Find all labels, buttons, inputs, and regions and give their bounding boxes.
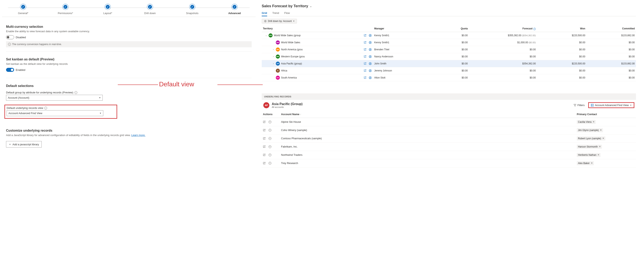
committed-cell: $0.00	[586, 74, 636, 81]
col-won[interactable]: Won	[537, 26, 586, 32]
popout-icon[interactable]	[363, 48, 366, 51]
add-js-library-button[interactable]: ＋ Add a javascript library	[6, 141, 42, 148]
user-chart-icon[interactable]	[368, 62, 372, 65]
remove-icon[interactable]: ✕	[600, 129, 602, 132]
underlying-title-block: Asia Pacific (Group) All accounts	[272, 102, 302, 108]
col-quota[interactable]: Quota	[429, 26, 469, 32]
territory-avatar: NA	[276, 48, 280, 52]
step-snapshots[interactable]: ✓Snapshots	[171, 4, 214, 15]
record-row[interactable]: +Alpine Ski HouseCacilia Viera ✕	[262, 118, 636, 126]
quota-cell: $0.00	[429, 53, 469, 60]
popout-icon[interactable]	[363, 62, 366, 65]
filters-button[interactable]: Filters	[574, 104, 584, 107]
popout-icon[interactable]	[363, 76, 366, 79]
view-selector-highlight[interactable]: Account Advanced Find View ▼	[588, 102, 634, 108]
forecast-row[interactable]: ⌄WSWorld Wide Sales (groupKenny Smith1$0…	[262, 32, 636, 39]
remove-icon[interactable]: ✕	[591, 162, 593, 164]
popout-icon[interactable]	[263, 162, 266, 164]
user-chart-icon[interactable]	[368, 69, 372, 72]
popout-icon[interactable]	[263, 154, 266, 156]
expand-chevron-icon[interactable]: ⌄	[265, 34, 267, 36]
territory-name: World Wide Sales (group	[274, 34, 300, 37]
step-drilldown[interactable]: ✓Drill down	[129, 4, 171, 15]
contact-chip[interactable]: Alex Baker ✕	[577, 161, 594, 165]
contact-chip[interactable]: Heriberto Nathan ✕	[577, 153, 600, 157]
user-chart-icon[interactable]	[368, 76, 372, 79]
col-manager[interactable]: Manager	[373, 26, 429, 32]
popout-icon[interactable]	[263, 137, 266, 140]
add-icon[interactable]: +	[268, 154, 271, 156]
forecast-title[interactable]: Sales Forecast by Territory ⌄	[262, 4, 636, 8]
contact-chip[interactable]: Cacilia Viera ✕	[577, 120, 596, 124]
won-cell: $0.00	[537, 53, 586, 60]
add-icon[interactable]: +	[268, 129, 271, 132]
contact-chip[interactable]: Robert Lyon (sample) ✕	[577, 136, 605, 140]
contact-chip[interactable]: Haroun Stormonth ✕	[577, 145, 602, 149]
popout-icon[interactable]	[263, 120, 266, 123]
dropdown-value: Account Advanced Find View	[8, 112, 42, 115]
default-view-dropdown[interactable]: Account Advanced Find View ▼	[7, 110, 103, 116]
remove-icon[interactable]: ✕	[593, 120, 594, 123]
step-general[interactable]: ✓General*	[2, 4, 44, 15]
tab-flow[interactable]: Flow	[284, 10, 290, 16]
forecast-row[interactable]: ›WEWestern Europe (grouNancy Andersson$0…	[262, 53, 636, 60]
step-advanced[interactable]: ✓Advanced	[214, 4, 256, 15]
forecast-row[interactable]: ›NANorth America (grouBrenden Thiel$0.00…	[262, 46, 636, 53]
underlying-records-table: Actions Account Name↑ Primary Contact +A…	[262, 111, 636, 168]
remove-icon[interactable]: ✕	[598, 154, 599, 156]
forecast-row[interactable]: ›APAsia Pacific (group)John Smith$0.00$3…	[262, 60, 636, 67]
expand-chevron-icon[interactable]: ›	[272, 55, 274, 58]
learn-more-link[interactable]: Learn more.	[131, 134, 145, 137]
record-row[interactable]: +Northwind TradersHeriberto Nathan ✕	[262, 151, 636, 159]
add-icon[interactable]: +	[268, 120, 271, 123]
user-chart-icon[interactable]	[368, 34, 372, 37]
popout-icon[interactable]	[363, 41, 366, 44]
record-row[interactable]: +Contoso Pharmaceuticals (sample)Robert …	[262, 134, 636, 142]
popout-icon[interactable]	[263, 129, 266, 132]
popout-icon[interactable]	[363, 34, 366, 37]
record-row[interactable]: +Trey ResearchAlex Baker ✕	[262, 159, 636, 167]
record-row[interactable]: +Coho Winery (sample)Jim Glynn (sample) …	[262, 126, 636, 134]
expand-chevron-icon[interactable]: ›	[272, 62, 274, 64]
add-icon[interactable]: +	[268, 162, 271, 164]
kanban-toggle[interactable]: Enabled	[6, 68, 252, 72]
tab-trend[interactable]: Trend	[272, 10, 279, 16]
expand-chevron-icon[interactable]: ›	[272, 48, 274, 50]
col-account-name[interactable]: Account Name↑	[280, 111, 576, 118]
step-layout[interactable]: ✓Layout*	[86, 4, 129, 15]
col-forecast[interactable]: Forecasti	[469, 26, 537, 32]
forecast-row[interactable]: WSWorld Wide SalesKenny Smith1$0.00$1,00…	[262, 39, 636, 46]
forecast-row[interactable]: SASouth AmericaAlton Stott$0.00$0.00$0.0…	[262, 74, 636, 81]
quota-cell: $0.00	[429, 60, 469, 67]
group-by-dropdown[interactable]: Account (Account) ▼	[6, 95, 103, 101]
col-primary-contact[interactable]: Primary Contact	[576, 111, 636, 118]
forecast-row[interactable]: AAfricaJeremy Johnson$0.00$0.00$0.00$0.0…	[262, 67, 636, 74]
popout-icon[interactable]	[263, 145, 266, 148]
user-chart-icon[interactable]	[368, 55, 372, 58]
add-icon[interactable]: +	[268, 145, 271, 148]
add-icon[interactable]: +	[268, 137, 271, 140]
underlying-subtitle: All accounts	[272, 106, 302, 108]
user-chart-icon[interactable]	[368, 48, 372, 51]
quota-cell: $0.00	[429, 46, 469, 53]
popout-icon[interactable]	[363, 69, 366, 72]
multi-currency-toggle[interactable]: Disabled	[6, 35, 252, 39]
col-actions[interactable]: Actions	[262, 111, 280, 118]
check-icon: ✓	[62, 4, 68, 10]
col-committed[interactable]: Committed	[586, 26, 636, 32]
forecast-cell: $0.00	[469, 46, 537, 53]
step-permissions[interactable]: ✓Permissions*	[44, 4, 86, 15]
col-territory[interactable]: Territory	[262, 26, 352, 32]
remove-icon[interactable]: ✕	[602, 137, 604, 140]
drill-label: Drill down by: Account	[268, 20, 292, 22]
customize-section: Customize underlying records Add a JavaS…	[6, 129, 252, 152]
remove-icon[interactable]: ✕	[599, 145, 601, 148]
contact-chip[interactable]: Jim Glynn (sample) ✕	[577, 128, 603, 132]
tab-grid[interactable]: Grid	[262, 10, 267, 16]
default-selections-title: Default selections	[6, 84, 252, 88]
popout-icon[interactable]	[363, 55, 366, 58]
drill-down-button[interactable]: Drill down by: Account ▼	[262, 19, 297, 24]
record-row[interactable]: +Fabrikam, Inc.Haroun Stormonth ✕	[262, 142, 636, 151]
committed-cell: $0.00	[586, 67, 636, 74]
user-chart-icon[interactable]	[368, 41, 372, 44]
